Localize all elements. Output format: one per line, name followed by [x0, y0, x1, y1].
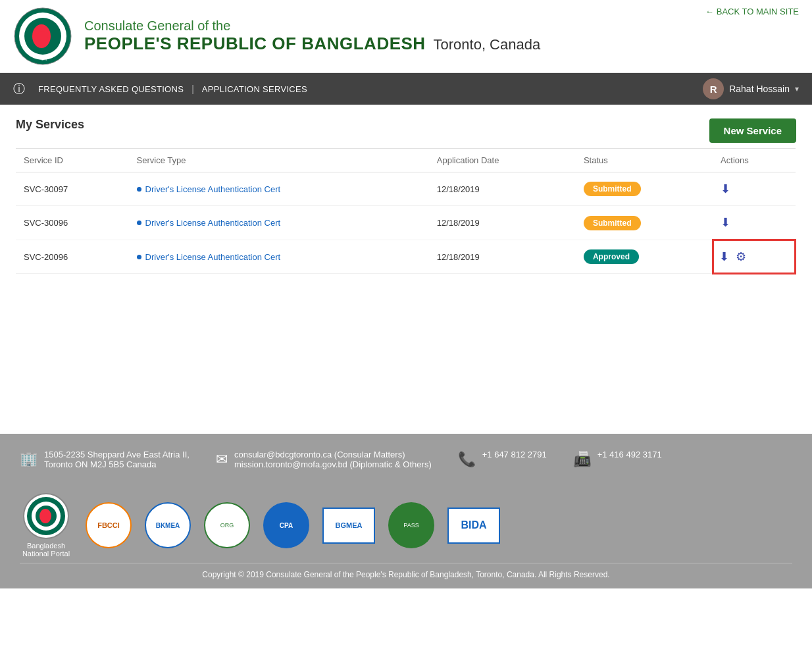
- nav-faq[interactable]: FREQUENTLY ASKED QUESTIONS: [33, 84, 189, 94]
- footer-phone1: 📞 +1 647 812 2791: [458, 450, 547, 468]
- cell-service-type: Driver's License Authentication Cert: [129, 206, 429, 240]
- cell-service-type: Driver's License Authentication Cert: [129, 240, 429, 274]
- action-icons: ⬇⚙: [719, 249, 789, 264]
- navbar: ⓘ FREQUENTLY ASKED QUESTIONS | APPLICATI…: [0, 73, 812, 105]
- help-icon[interactable]: ⓘ: [13, 81, 25, 97]
- logo-passport-circle: PASS: [388, 502, 434, 548]
- nav-links: FREQUENTLY ASKED QUESTIONS | APPLICATION…: [33, 84, 703, 94]
- cell-status: Submitted: [576, 172, 713, 206]
- action-icons: ⬇: [721, 215, 787, 230]
- avatar: R: [703, 78, 724, 99]
- svg-point-9: [39, 509, 51, 523]
- footer-contact: 🏢 1505-2235 Sheppard Ave East Atria II, …: [20, 450, 792, 482]
- dot-icon: [137, 221, 141, 225]
- email1: consular@bdcgtoronto.ca (Consular Matter…: [234, 450, 432, 459]
- logo-bd-label: Bangladesh National Portal: [20, 542, 72, 558]
- col-actions: Actions: [713, 149, 795, 172]
- address-line2: Toronto ON M2J 5B5 Canada: [44, 459, 190, 469]
- table-row: SVC-30096 Driver's License Authenticatio…: [16, 206, 796, 240]
- page-title: My Services: [16, 118, 796, 132]
- footer-copyright: Copyright © 2019 Consulate General of th…: [20, 563, 792, 588]
- logo-bkmea: BKMEA: [145, 502, 191, 548]
- services-table: Service ID Service Type Application Date…: [16, 148, 796, 274]
- service-type-link[interactable]: Driver's License Authentication Cert: [137, 218, 421, 228]
- table-row: SVC-20096 Driver's License Authenticatio…: [16, 240, 796, 274]
- building-icon: 🏢: [20, 451, 38, 468]
- main-content: My Services New Service Service ID Servi…: [0, 105, 812, 434]
- download-icon[interactable]: ⬇: [721, 182, 730, 196]
- logo-bida: BIDA: [447, 508, 500, 544]
- back-arrow-icon: ←: [705, 7, 714, 16]
- status-badge: Submitted: [584, 182, 641, 196]
- phone-icon: 📞: [458, 451, 476, 468]
- col-service-type: Service Type: [129, 149, 429, 172]
- logo-bd-circle: [23, 493, 69, 539]
- logo-bgmea-rect: BGMEA: [322, 508, 375, 544]
- footer-phone2: 📠 +1 416 492 3171: [573, 450, 662, 468]
- cell-service-id: SVC-30097: [16, 172, 129, 206]
- logo-bkmea-circle: BKMEA: [145, 502, 191, 548]
- back-to-main-link[interactable]: ← BACK TO MAIN SITE: [705, 7, 799, 16]
- site-logo: সরকার: [13, 7, 72, 66]
- table-row: SVC-30097 Driver's License Authenticatio…: [16, 172, 796, 206]
- logo-cpa-circle: CPA: [263, 502, 309, 548]
- logo-fbcci: FBCCI: [86, 502, 132, 548]
- email-icon: ✉: [216, 451, 228, 468]
- footer-logos: Bangladesh National Portal FBCCI BKMEA O…: [20, 482, 792, 563]
- nav-user-menu[interactable]: R Rahat Hossain ▾: [703, 78, 799, 99]
- title-city: Toronto, Canada: [434, 36, 541, 53]
- download-icon[interactable]: ⬇: [719, 249, 729, 264]
- gear-icon[interactable]: ⚙: [736, 249, 746, 264]
- status-badge: Submitted: [584, 216, 641, 230]
- action-icons: ⬇: [721, 182, 787, 196]
- status-badge: Approved: [584, 249, 639, 264]
- logo-org: ORG: [204, 502, 250, 548]
- cell-status: Submitted: [576, 206, 713, 240]
- cell-service-id: SVC-20096: [16, 240, 129, 274]
- cell-service-id: SVC-30096: [16, 206, 129, 240]
- cell-actions: ⬇: [713, 206, 795, 240]
- site-header: সরকার Consulate General of the PEOPLE'S …: [0, 0, 812, 73]
- svg-point-4: [38, 31, 48, 41]
- cell-app-date: 12/18/2019: [429, 206, 576, 240]
- logo-bida-rect: BIDA: [447, 508, 500, 544]
- footer-address: 🏢 1505-2235 Sheppard Ave East Atria II, …: [20, 450, 190, 469]
- header-title: Consulate General of the PEOPLE'S REPUBL…: [84, 18, 799, 54]
- footer-email: ✉ consular@bdcgtoronto.ca (Consular Matt…: [216, 450, 432, 469]
- col-status: Status: [576, 149, 713, 172]
- cell-actions: ⬇: [713, 172, 795, 206]
- logo-fbcci-circle: FBCCI: [86, 502, 132, 548]
- new-service-button[interactable]: New Service: [709, 118, 796, 143]
- cell-app-date: 12/18/2019: [429, 172, 576, 206]
- user-name: Rahat Hossain: [729, 84, 790, 94]
- col-service-id: Service ID: [16, 149, 129, 172]
- logo-cpa: CPA: [263, 502, 309, 548]
- title-line1: Consulate General of the: [84, 18, 799, 34]
- address-line1: 1505-2235 Sheppard Ave East Atria II,: [44, 450, 190, 459]
- cell-app-date: 12/18/2019: [429, 240, 576, 274]
- chevron-down-icon: ▾: [795, 84, 799, 93]
- cell-actions: ⬇⚙: [713, 240, 795, 274]
- logo-bgmea: BGMEA: [322, 508, 375, 544]
- logo-org-circle: ORG: [204, 502, 250, 548]
- phone2-text: +1 416 492 3171: [597, 450, 662, 459]
- col-app-date: Application Date: [429, 149, 576, 172]
- phone1-text: +1 647 812 2791: [482, 450, 547, 459]
- email2: mission.toronto@mofa.gov.bd (Diplomatic …: [234, 459, 432, 469]
- table-header-row: Service ID Service Type Application Date…: [16, 149, 796, 172]
- title-line2: PEOPLE'S REPUBLIC OF BANGLADESH: [84, 34, 426, 53]
- service-type-link[interactable]: Driver's License Authentication Cert: [137, 252, 421, 262]
- footer: 🏢 1505-2235 Sheppard Ave East Atria II, …: [0, 434, 812, 588]
- cell-status: Approved: [576, 240, 713, 274]
- cell-service-type: Driver's License Authentication Cert: [129, 172, 429, 206]
- download-icon[interactable]: ⬇: [721, 215, 730, 230]
- fax-icon: 📠: [573, 451, 591, 468]
- svg-text:সরকার: সরকার: [39, 57, 47, 61]
- dot-icon: [137, 255, 141, 259]
- nav-services[interactable]: APPLICATION SERVICES: [197, 84, 313, 94]
- dot-icon: [137, 187, 141, 192]
- nav-separator: |: [189, 84, 197, 94]
- service-type-link[interactable]: Driver's License Authentication Cert: [137, 184, 421, 194]
- logo-bangladesh-portal: Bangladesh National Portal: [20, 493, 72, 558]
- back-to-main-label: BACK TO MAIN SITE: [717, 7, 799, 16]
